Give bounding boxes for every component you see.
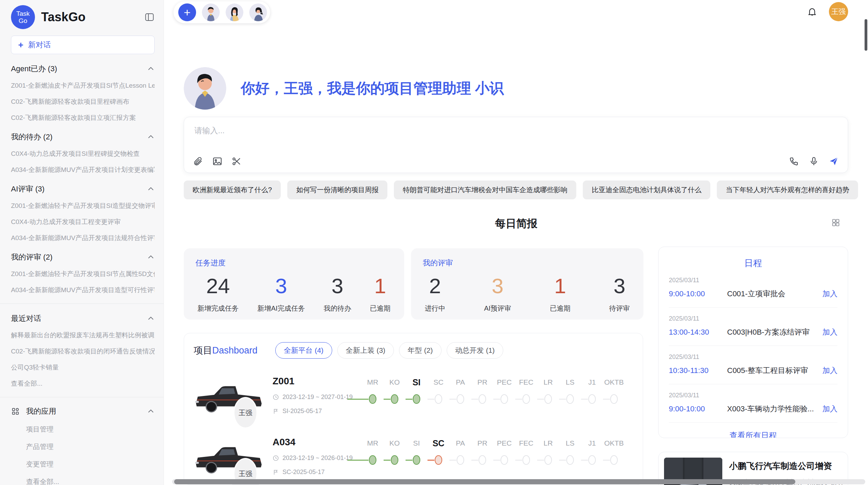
sidebar-item-my-apps[interactable]: 我的应用	[11, 406, 155, 416]
milestone-dot	[391, 394, 398, 404]
suggestion-chip[interactable]: 如何写一份清晰的项目周报	[287, 181, 387, 199]
milestone-label: SC	[433, 376, 443, 388]
suggestion-chip[interactable]: 欧洲新规最近颁布了什么?	[184, 181, 281, 199]
avatar-agent-1[interactable]	[202, 3, 220, 21]
sidebar-item[interactable]: Z001-全新燃油皮卡产品开发项目SI节点Lesson Learn报告	[11, 81, 155, 90]
milestone-dot	[610, 455, 618, 465]
scissors-icon[interactable]	[231, 156, 242, 166]
milestone-line	[581, 460, 588, 461]
section-header[interactable]: 我的评审 (2)	[11, 252, 155, 262]
sidebar-item[interactable]: C0X4-动力总成开发项目工程变更评审	[11, 217, 155, 226]
sidebar-item[interactable]: Z001-全新燃油轻卡产品开发项目SI造型提交物评审	[11, 201, 155, 210]
sidebar-item[interactable]: C02-飞腾新能源轻客改款项目立项汇报方案	[11, 113, 155, 122]
stat-label: 我的待办	[324, 304, 351, 313]
milestone-dot	[369, 455, 376, 465]
join-button[interactable]: 加入	[822, 404, 837, 414]
project-row-a034[interactable]: 王强 A034 2023-12-19 ~ 2026-01-19 SC-2025-…	[194, 435, 633, 485]
join-button[interactable]: 加入	[822, 365, 837, 376]
tab-all-new-platform[interactable]: 全新平台 (4)	[275, 342, 332, 359]
sidebar-item[interactable]: 公司Q3轻卡销量	[11, 363, 155, 372]
notification-bell-icon[interactable]	[807, 7, 817, 17]
project-row-z001[interactable]: 王强 Z001 2023-12-19 ~ 2027-01-19 SI-2025-…	[194, 374, 633, 429]
schedule-time: 9:00-10:00	[669, 405, 727, 413]
sidebar-section-my-review: 我的评审 (2) Z001-全新燃油轻卡产品开发项目SI节点属性5D文件评审 A…	[11, 252, 155, 295]
milestone-dot	[413, 394, 420, 404]
milestone: KO	[384, 376, 406, 429]
milestone-label: PA	[456, 376, 465, 388]
avatar-agent-2[interactable]	[226, 3, 243, 21]
section-header[interactable]: AI评审 (3)	[11, 184, 155, 194]
chat-input[interactable]	[194, 126, 837, 135]
milestone: OKTB	[603, 376, 625, 429]
schedule-date: 2025/03/11	[669, 315, 837, 322]
section-title: AI评审 (3)	[11, 184, 45, 194]
suggestion-chip[interactable]: 当下年轻人对汽车外观有怎样的喜好趋势	[717, 181, 858, 199]
horizontal-scrollbar-track[interactable]	[172, 479, 865, 484]
horizontal-scrollbar-thumb[interactable]	[174, 479, 795, 484]
greeting-text: 你好，王强，我是你的项目管理助理 小识	[241, 79, 504, 98]
milestone-line	[515, 399, 522, 400]
sidebar-app-item[interactable]: 项目管理	[26, 425, 155, 434]
tab-powertrain[interactable]: 动总开发 (1)	[447, 342, 504, 359]
stat-value: 1	[550, 272, 570, 300]
suggestion-chip[interactable]: 特朗普可能对进口汽车增税会对中国车企造成哪些影响	[394, 181, 576, 199]
divider	[0, 397, 164, 397]
sidebar-app-item-view-all[interactable]: 查看全部...	[26, 477, 155, 485]
attachment-icon[interactable]	[193, 156, 203, 166]
layout-grid-icon[interactable]	[831, 218, 841, 227]
sidebar-item[interactable]: 解释最新出台的欧盟报废车法规再生塑料比例被调至15%...	[11, 331, 155, 340]
card-title: 任务进度	[195, 258, 393, 268]
sidebar-item[interactable]: Z001-全新燃油轻卡产品开发项目SI节点属性5D文件评审	[11, 270, 155, 278]
milestone: SI	[406, 437, 427, 485]
send-icon[interactable]	[829, 156, 839, 166]
sidebar-item[interactable]: A034-全新新能源MUV产品开发项目造型可行性评审	[11, 286, 155, 295]
logo-line1: Task	[16, 10, 29, 17]
milestone-track: MR KO SI SC PA PR PEC FEC LR LS J1 OKTB	[362, 435, 633, 485]
schedule-time: 10:30-11:30	[669, 366, 727, 375]
sidebar-item[interactable]: A034-全新新能源MUV产品开发项目法规符合性评审	[11, 234, 155, 242]
view-all-schedule-link[interactable]: 查看所有日程	[669, 423, 837, 438]
suggestion-chip[interactable]: 比亚迪全固态电池计划具体说了什么	[583, 181, 710, 199]
sidebar-item[interactable]: C02-飞腾新能源轻客改款项目的闭环通告反馈情况	[11, 347, 155, 356]
milestone-line	[603, 399, 610, 400]
sidebar-item-view-all[interactable]: 查看全部...	[11, 379, 155, 388]
join-button[interactable]: 加入	[822, 327, 837, 337]
tab-new-body[interactable]: 全新上装 (3)	[337, 342, 394, 359]
milestone-dot	[522, 455, 530, 465]
milestone-dot	[566, 455, 574, 465]
add-session-button[interactable]: +	[178, 3, 196, 21]
project-flag: SI-2025-05-17	[273, 408, 360, 415]
dashboard-tabs: 全新平台 (4) 全新上装 (3) 年型 (2) 动总开发 (1)	[275, 342, 503, 359]
join-button[interactable]: 加入	[822, 289, 837, 299]
stat: 1 已逾期	[550, 272, 570, 313]
avatar-agent-3[interactable]	[249, 3, 267, 21]
microphone-icon[interactable]	[809, 156, 819, 166]
tab-year-model[interactable]: 年型 (2)	[399, 342, 442, 359]
sidebar-item[interactable]: C0X4-动力总成开发项目SI里程碑提交物检查	[11, 149, 155, 158]
image-icon[interactable]	[212, 156, 222, 166]
section-header[interactable]: 最近对话	[11, 313, 155, 324]
milestone-label: LS	[566, 376, 575, 388]
avatar-illustration	[226, 3, 243, 21]
new-chat-button[interactable]: + 新对话	[11, 36, 155, 54]
milestone-current: SI	[406, 376, 427, 429]
phone-icon[interactable]	[789, 156, 799, 166]
daily-brief-header: 每日简报	[184, 216, 849, 231]
sidebar-section-agent-done: Agent已办 (3) Z001-全新燃油皮卡产品开发项目SI节点Lesson …	[11, 64, 155, 122]
vertical-scrollbar-thumb[interactable]	[865, 19, 867, 51]
sidebar-item[interactable]: C02-飞腾新能源轻客改款项目里程碑画布	[11, 97, 155, 106]
milestone-label: LS	[566, 437, 575, 449]
sidebar-app-item[interactable]: 变更管理	[26, 460, 155, 469]
sidebar-collapse-icon[interactable]	[144, 12, 155, 22]
divider	[0, 303, 164, 304]
milestone-dot	[501, 455, 508, 465]
schedule-row: 9:00-10:00 C001-立项审批会 加入	[669, 289, 837, 299]
user-avatar[interactable]: 王强	[829, 2, 848, 21]
schedule-date: 2025/03/11	[669, 392, 837, 399]
sidebar-item[interactable]: A034-全新新能源MUV产品开发项目计划变更表编写	[11, 165, 155, 174]
section-header[interactable]: 我的待办 (2)	[11, 132, 155, 142]
section-header[interactable]: Agent已办 (3)	[11, 64, 155, 74]
project-owner-badge: 王强	[233, 397, 257, 428]
sidebar-app-item[interactable]: 产品管理	[26, 442, 155, 451]
stat-value: 3	[257, 272, 305, 300]
